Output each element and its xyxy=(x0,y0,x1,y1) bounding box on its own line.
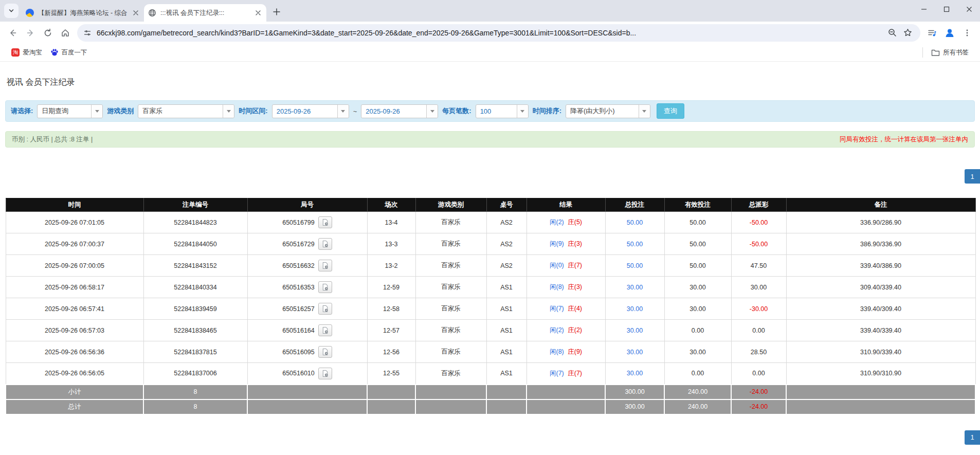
bookmarks-bar: 淘 爱淘宝 百度一下 所有书签 xyxy=(0,44,980,62)
address-bar[interactable]: 66cxkj98.com/game/betrecord_search/kind3… xyxy=(77,24,920,42)
zoom-level-button[interactable] xyxy=(884,25,900,41)
cell-round: 650516632 xyxy=(247,255,367,277)
browser-tab-betrecord[interactable]: :::视讯 会员下注纪录::: xyxy=(144,4,266,22)
maximize-icon xyxy=(943,6,950,12)
bookmark-item-taobao[interactable]: 淘 爱淘宝 xyxy=(7,46,46,59)
video-replay-button[interactable] xyxy=(318,368,332,379)
cell-game-type: 百家乐 xyxy=(415,277,486,298)
table-row: 2025-09-26 06:58:17 522841840334 6505163… xyxy=(6,277,975,298)
bookmark-label: 百度一下 xyxy=(62,48,87,57)
per-page-select[interactable]: 100 xyxy=(476,104,529,118)
date-start-select[interactable]: 2025-09-26 xyxy=(272,104,349,118)
video-replay-button[interactable] xyxy=(318,324,332,336)
result-player: 闲(2) xyxy=(550,219,564,226)
video-record-icon xyxy=(321,262,329,269)
cell-total-bet[interactable]: 50.00 xyxy=(605,255,664,277)
result-banker: 庄(4) xyxy=(568,305,582,312)
cell-game-type: 百家乐 xyxy=(415,298,486,320)
home-button[interactable] xyxy=(57,24,74,42)
plus-icon xyxy=(273,8,280,15)
video-replay-button[interactable] xyxy=(318,260,332,271)
cell-round: 650516010 xyxy=(247,363,367,385)
col-valid-bet: 有效投注 xyxy=(664,198,731,212)
video-record-icon xyxy=(321,370,329,377)
cell-valid-bet: 0.00 xyxy=(664,320,731,341)
video-replay-button[interactable] xyxy=(318,216,332,228)
page-1-button[interactable]: 1 xyxy=(965,169,980,184)
video-replay-button[interactable] xyxy=(318,281,332,293)
per-page-value: 100 xyxy=(476,107,517,115)
table-row: 2025-09-26 06:56:05 522841837006 6505160… xyxy=(6,363,975,385)
tab-close-button[interactable] xyxy=(253,9,262,17)
cell-total-bet[interactable]: 30.00 xyxy=(605,320,664,341)
cell-round: 650516164 xyxy=(247,320,367,341)
cell-valid-bet: 30.00 xyxy=(664,298,731,320)
cell-bet-id: 522841839459 xyxy=(143,298,247,320)
dropdown-arrow-icon xyxy=(91,105,102,118)
cell-bet-id: 522841840334 xyxy=(143,277,247,298)
cell-game-type: 百家乐 xyxy=(415,320,486,341)
profile-avatar[interactable] xyxy=(941,24,958,42)
query-type-select[interactable]: 日期查询 xyxy=(37,104,103,118)
media-controls-button[interactable] xyxy=(923,24,941,42)
dropdown-arrow-icon xyxy=(223,105,234,118)
cell-total-bet[interactable]: 30.00 xyxy=(605,298,664,320)
dropdown-arrow-icon xyxy=(426,105,438,118)
result-banker: 庄(2) xyxy=(568,326,582,334)
col-round: 局号 xyxy=(247,198,367,212)
bookmark-item-baidu[interactable]: 百度一下 xyxy=(46,46,92,59)
media-playlist-icon xyxy=(928,28,937,38)
cell-payout: -50.00 xyxy=(731,212,786,233)
maximize-button[interactable] xyxy=(939,2,954,16)
result-player: 闲(7) xyxy=(550,370,564,377)
col-note: 备注 xyxy=(786,198,975,212)
cell-bet-id: 522841837815 xyxy=(143,341,247,363)
new-tab-button[interactable] xyxy=(269,5,284,19)
video-replay-button[interactable] xyxy=(318,303,332,315)
page-1-button[interactable]: 1 xyxy=(965,430,980,445)
cell-session: 12-59 xyxy=(367,277,415,298)
back-button[interactable] xyxy=(4,24,22,42)
cell-note: 339.40/339.40 xyxy=(786,320,975,341)
cell-total-bet[interactable]: 50.00 xyxy=(605,212,664,233)
dropdown-arrow-icon xyxy=(639,105,650,118)
reload-button[interactable] xyxy=(39,24,57,42)
all-bookmarks-button[interactable]: 所有书签 xyxy=(927,46,973,59)
cell-total-bet[interactable]: 30.00 xyxy=(605,341,664,363)
game-type-select[interactable]: 百家乐 xyxy=(138,104,234,118)
tab-close-button[interactable] xyxy=(131,9,140,17)
result-banker: 庄(3) xyxy=(568,283,582,290)
sort-select[interactable]: 降幂(由大到小) xyxy=(566,104,650,118)
close-window-button[interactable] xyxy=(961,2,977,16)
browser-tab-forum[interactable]: 【新提醒】海燕策略论坛 - 综合 xyxy=(22,4,144,22)
video-record-icon xyxy=(321,219,329,226)
tab-search-button[interactable] xyxy=(4,4,19,18)
date-end-select[interactable]: 2025-09-26 xyxy=(361,104,438,118)
query-button[interactable]: 查询 xyxy=(657,103,684,119)
video-replay-button[interactable] xyxy=(318,238,332,250)
cell-note: 339.40/386.90 xyxy=(786,255,975,277)
cell-time: 2025-09-26 06:56:36 xyxy=(6,341,143,363)
reload-icon xyxy=(43,28,52,38)
minimize-button[interactable] xyxy=(916,2,932,16)
cell-total-bet[interactable]: 30.00 xyxy=(605,277,664,298)
cell-time: 2025-09-26 06:56:05 xyxy=(6,363,143,385)
cell-payout: -30.00 xyxy=(731,298,786,320)
cell-time: 2025-09-26 07:00:05 xyxy=(6,255,143,277)
query-type-label: 请选择: xyxy=(11,106,33,116)
cell-total-bet[interactable]: 50.00 xyxy=(605,233,664,255)
subtotal-label: 小计 xyxy=(6,385,143,399)
url-text[interactable]: 66cxkj98.com/game/betrecord_search/kind3… xyxy=(97,29,884,37)
cell-session: 12-56 xyxy=(367,341,415,363)
forward-button[interactable] xyxy=(22,24,39,42)
cell-total-bet[interactable]: 30.00 xyxy=(605,363,664,385)
browser-menu-button[interactable] xyxy=(958,24,976,42)
bookmark-label: 爱淘宝 xyxy=(23,48,42,57)
query-type-value: 日期查询 xyxy=(38,106,91,116)
game-type-value: 百家乐 xyxy=(138,106,223,116)
bookmark-star-button[interactable] xyxy=(900,25,915,41)
video-replay-button[interactable] xyxy=(318,346,332,358)
per-page-label: 每页笔数: xyxy=(442,106,471,116)
close-icon xyxy=(133,10,138,15)
table-row: 2025-09-26 06:56:36 522841837815 6505160… xyxy=(6,341,975,363)
